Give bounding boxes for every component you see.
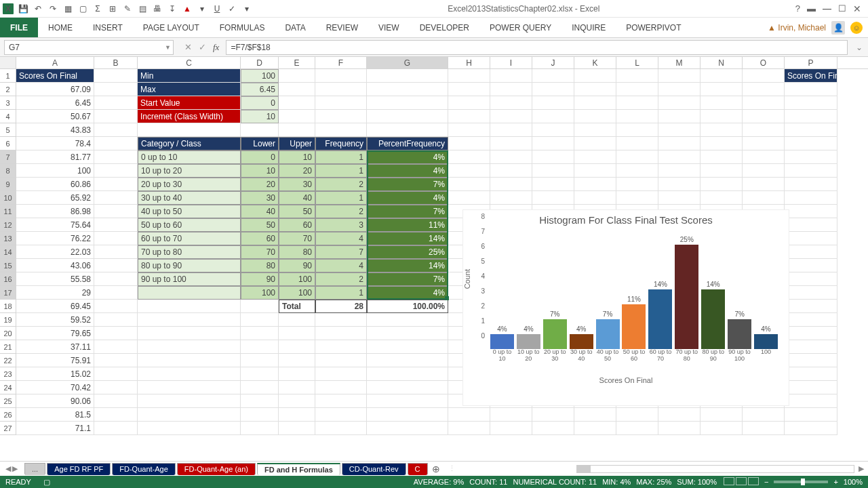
cell[interactable]	[785, 367, 837, 381]
name-box[interactable]: G7 ▼	[4, 40, 174, 55]
cell[interactable]	[367, 422, 448, 435]
cell[interactable]	[367, 408, 448, 422]
maximize-button[interactable]: ☐	[838, 3, 846, 14]
cell[interactable]	[532, 123, 574, 137]
row-header[interactable]: 3	[0, 96, 16, 110]
row-header[interactable]: 16	[0, 272, 16, 286]
cell[interactable]: 25%	[367, 245, 448, 259]
cell[interactable]: 30	[241, 191, 279, 205]
cell[interactable]: 2	[315, 178, 367, 191]
cell[interactable]	[94, 137, 138, 150]
row-header[interactable]: 9	[0, 178, 16, 191]
cell[interactable]	[658, 137, 701, 150]
cell[interactable]	[785, 137, 837, 150]
sheet-tab[interactable]: FD-Quant-Age (an)	[177, 463, 256, 475]
cell[interactable]: 10	[279, 150, 315, 164]
save-icon[interactable]: 💾	[18, 3, 28, 14]
cell[interactable]: 81.77	[16, 150, 94, 164]
cell[interactable]: 30	[279, 178, 315, 191]
cell[interactable]	[785, 123, 837, 137]
cell[interactable]	[701, 422, 743, 435]
cell[interactable]: 100.00%	[367, 300, 448, 313]
ribbon-tab-review[interactable]: REVIEW	[316, 18, 368, 37]
cell[interactable]	[785, 83, 837, 96]
cell[interactable]: 1	[315, 150, 367, 164]
cell[interactable]	[574, 96, 616, 110]
cell[interactable]: 10	[241, 110, 279, 123]
cell[interactable]	[701, 83, 743, 96]
cell[interactable]	[658, 123, 701, 137]
cell[interactable]	[616, 164, 658, 178]
feedback-icon[interactable]: ☺	[850, 22, 863, 34]
cell[interactable]: 80	[241, 259, 279, 272]
cell[interactable]	[279, 327, 315, 340]
ribbon-tab-formulas[interactable]: FORMULAS	[210, 18, 275, 37]
row-header[interactable]: 21	[0, 340, 16, 354]
cell[interactable]	[94, 381, 138, 394]
cell[interactable]	[785, 327, 837, 340]
sheet-tab[interactable]: Age FD RF PF	[47, 463, 111, 475]
cell[interactable]: 50 up to 60	[138, 218, 241, 232]
cell[interactable]	[658, 408, 701, 422]
cell[interactable]	[616, 96, 658, 110]
cell[interactable]	[785, 408, 837, 422]
minimize-button[interactable]: —	[823, 3, 831, 14]
cell[interactable]	[785, 394, 837, 408]
cell[interactable]	[315, 327, 367, 340]
view-buttons[interactable]	[722, 477, 759, 487]
redo-icon[interactable]: ↷	[47, 3, 58, 14]
row-header[interactable]: 7	[0, 150, 16, 164]
cell[interactable]	[138, 123, 241, 137]
cell[interactable]	[94, 69, 138, 83]
cell[interactable]	[743, 69, 785, 83]
cell[interactable]	[701, 150, 743, 164]
cell[interactable]	[315, 367, 367, 381]
select-all-corner[interactable]	[0, 57, 16, 68]
cell[interactable]	[701, 123, 743, 137]
cell[interactable]	[658, 164, 701, 178]
row-header[interactable]: 11	[0, 205, 16, 218]
cell[interactable]	[94, 232, 138, 245]
column-header[interactable]: E	[279, 57, 315, 68]
underline-icon[interactable]: U	[212, 3, 222, 14]
cell[interactable]	[367, 340, 448, 354]
cell[interactable]	[279, 408, 315, 422]
cell[interactable]	[785, 300, 837, 313]
cell[interactable]	[279, 110, 315, 123]
cell[interactable]: 0	[241, 96, 279, 110]
cell[interactable]	[616, 123, 658, 137]
cell[interactable]: 3	[315, 218, 367, 232]
cell[interactable]	[448, 422, 490, 435]
column-header[interactable]: J	[532, 57, 574, 68]
cell[interactable]	[490, 110, 532, 123]
cell[interactable]	[448, 150, 490, 164]
cell[interactable]: 90	[279, 259, 315, 272]
close-button[interactable]: ✕	[853, 3, 861, 14]
cell[interactable]	[574, 422, 616, 435]
cell[interactable]	[241, 422, 279, 435]
cell[interactable]	[448, 164, 490, 178]
cell[interactable]	[616, 408, 658, 422]
cancel-icon[interactable]: ✕	[184, 42, 192, 53]
zoom-level[interactable]: 100%	[844, 478, 863, 486]
column-header[interactable]: B	[94, 57, 138, 68]
cell[interactable]: 79.65	[16, 327, 94, 340]
qat-icon[interactable]: Σ	[92, 3, 103, 14]
cell[interactable]	[490, 96, 532, 110]
cell[interactable]	[574, 150, 616, 164]
cell[interactable]	[315, 340, 367, 354]
cell[interactable]: 50	[241, 218, 279, 232]
cell[interactable]	[367, 381, 448, 394]
sheet-tab[interactable]: CD-Quant-Rev	[342, 463, 406, 475]
cell[interactable]	[94, 259, 138, 272]
cell[interactable]	[94, 150, 138, 164]
sheet-tab[interactable]: ...	[24, 463, 45, 475]
cell[interactable]: Lower	[241, 137, 279, 150]
cell[interactable]: Total	[279, 300, 315, 313]
cell[interactable]	[532, 191, 574, 205]
cell[interactable]	[616, 83, 658, 96]
cell[interactable]	[490, 123, 532, 137]
row-header[interactable]: 27	[0, 422, 16, 435]
cell[interactable]	[785, 259, 837, 272]
cell[interactable]: 90.06	[16, 394, 94, 408]
